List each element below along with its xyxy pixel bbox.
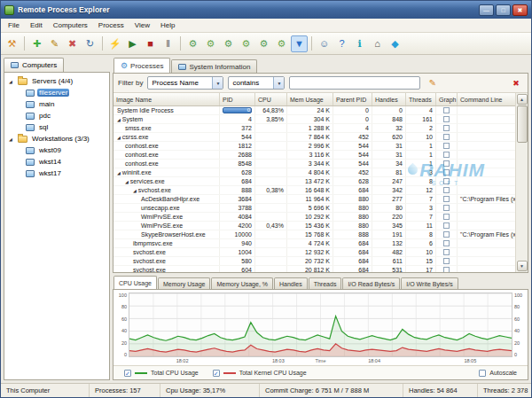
table-row[interactable]: ◢services.exe68413 472 K6282478	[113, 177, 515, 186]
expander-icon[interactable]: ◢	[133, 187, 137, 194]
column-header-command-line[interactable]: Command Line	[458, 93, 515, 105]
graph-checkbox[interactable]	[443, 178, 450, 184]
graph-checkbox[interactable]	[443, 160, 450, 167]
add-computer-button[interactable]: ✚	[28, 35, 45, 52]
hide-filter-button[interactable]: ✖	[509, 79, 523, 88]
tab-memory-usage[interactable]: Memory Usage, %	[211, 277, 273, 289]
refresh-computers-button[interactable]: ↻	[82, 35, 98, 52]
table-row[interactable]: smss.exe3721 288 K4322	[113, 124, 515, 133]
graph-checkbox[interactable]	[443, 125, 450, 131]
tree-item-wkst14[interactable]: wkst14	[4, 156, 109, 168]
tree-item-main[interactable]: main	[4, 98, 109, 110]
checkbox[interactable]: ✓	[213, 370, 220, 377]
service-properties-button[interactable]: ⚙	[273, 35, 290, 52]
tree-group-servers-4-4[interactable]: ◢Servers (4/4)	[4, 75, 109, 87]
menu-help[interactable]: Help	[155, 20, 180, 31]
run-process-button[interactable]: ▶	[124, 35, 141, 52]
filter-operator-select[interactable]: contains ▼	[228, 76, 285, 90]
remote-shutdown-button[interactable]: ⚡	[106, 35, 123, 52]
graph-checkbox[interactable]	[443, 205, 450, 211]
table-row[interactable]: WmiPrvSE.exe42000,43%15 436 K88034511	[113, 222, 515, 230]
table-row[interactable]: AcDeskBandHlpr.exe368411 964 K8802777"C:…	[113, 195, 515, 204]
filter-text-input[interactable]	[289, 76, 420, 90]
table-row[interactable]: System Idle Process064,83%24 K004	[113, 106, 515, 115]
graph-checkbox[interactable]	[443, 143, 450, 149]
help-button[interactable]: ?	[333, 35, 350, 52]
graph-checkbox[interactable]	[443, 214, 450, 220]
service-start-button[interactable]: ⚙	[184, 35, 201, 52]
close-button[interactable]: ✖	[512, 4, 528, 16]
table-row[interactable]: ◢wininit.exe6284 804 K452813	[113, 168, 515, 177]
expander-icon[interactable]: ◢	[117, 116, 121, 123]
column-header-graph[interactable]: Graph	[436, 93, 458, 105]
table-row[interactable]: ◢svchost.exe8880,38%16 648 K68434212	[113, 186, 515, 195]
remove-computer-button[interactable]: ✖	[64, 35, 81, 52]
table-row[interactable]: conhost.exe18122 996 K544311	[113, 142, 515, 151]
column-header-parent-pid[interactable]: Parent PID	[333, 93, 372, 105]
graph-checkbox[interactable]	[443, 134, 450, 140]
tree-item-wkst09[interactable]: wkst09	[4, 144, 109, 156]
tree-item-pdc[interactable]: pdc	[4, 110, 109, 121]
graph-checkbox[interactable]	[443, 258, 450, 264]
service-pause-button[interactable]: ⚙	[220, 35, 237, 52]
service-install-button[interactable]: ⚙	[255, 35, 272, 52]
tools-button[interactable]: ⚒	[4, 35, 20, 52]
minimize-button[interactable]: —	[479, 4, 494, 16]
menu-process[interactable]: Process	[93, 20, 129, 31]
home-button[interactable]: ⌂	[369, 35, 386, 52]
tab-system-information[interactable]: System Information	[171, 59, 257, 73]
graph-checkbox[interactable]	[443, 169, 450, 176]
table-row[interactable]: ◢csrss.exe5447 864 K45262010	[113, 133, 515, 142]
graph-checkbox[interactable]	[443, 249, 450, 255]
clear-filter-icon[interactable]: ✎	[425, 75, 440, 90]
checkbox[interactable]: ✓	[124, 370, 131, 377]
tab-handles[interactable]: Handles	[274, 277, 308, 289]
table-row[interactable]: conhost.exe26883 116 K544311	[113, 151, 515, 160]
column-header-pid[interactable]: PID	[220, 93, 255, 105]
graph-checkbox[interactable]	[443, 231, 450, 238]
checkbox[interactable]	[479, 370, 486, 377]
service-restart-button[interactable]: ⚙	[238, 35, 254, 52]
column-header-cpu[interactable]: CPU	[255, 93, 287, 105]
filter-field-select[interactable]: Process Name ▼	[147, 76, 223, 90]
vertical-scrollbar[interactable]: ▲ ▼	[515, 93, 528, 272]
tree-item-fileserver[interactable]: fileserver	[4, 87, 109, 98]
expander-icon[interactable]: ◢	[9, 79, 15, 84]
scrollbar-thumb[interactable]	[517, 105, 528, 143]
service-stop-button[interactable]: ⚙	[202, 35, 219, 52]
scroll-up-icon[interactable]: ▲	[517, 94, 528, 105]
graph-checkbox[interactable]	[443, 267, 450, 272]
menu-view[interactable]: View	[129, 20, 155, 31]
table-row[interactable]: conhost.exe85483 344 K544341	[113, 160, 515, 168]
menu-file[interactable]: File	[3, 20, 25, 31]
table-row[interactable]: svchost.exe60420 812 K68453117	[113, 266, 515, 272]
column-header-handles[interactable]: Handles	[372, 93, 406, 105]
tree-item-sql[interactable]: sql	[4, 121, 109, 133]
table-row[interactable]: svchost.exe100412 932 K68448210	[113, 248, 515, 257]
maximize-button[interactable]: □	[496, 4, 511, 16]
tree-item-wkst17[interactable]: wkst17	[4, 168, 109, 179]
expander-icon[interactable]: ◢	[125, 178, 129, 185]
filter-button[interactable]: ▼	[291, 35, 308, 52]
scroll-down-icon[interactable]: ▼	[517, 261, 528, 271]
tab-i-o-write-bytes-s[interactable]: I/O Write Bytes/s	[401, 277, 458, 289]
tab-threads[interactable]: Threads	[309, 277, 342, 289]
graph-checkbox[interactable]	[443, 196, 450, 202]
graph-checkbox[interactable]	[443, 107, 450, 113]
menu-computers[interactable]: Computers	[48, 20, 93, 31]
table-row[interactable]: ◢System43,85%304 K0848161	[113, 115, 515, 124]
expander-icon[interactable]: ◢	[9, 137, 15, 142]
expander-icon[interactable]: ◢	[117, 134, 121, 141]
menu-edit[interactable]: Edit	[25, 20, 48, 31]
tab-cpu-usage[interactable]: CPU Usage	[113, 276, 157, 289]
tab-memory-usage[interactable]: Memory Usage	[158, 277, 210, 289]
about-button[interactable]: ◆	[387, 35, 403, 52]
table-row[interactable]: ibmpmsvc.exe9404 724 K6841326	[113, 239, 515, 248]
info-button[interactable]: ℹ	[351, 35, 368, 52]
kill-process-button[interactable]: ■	[142, 35, 159, 52]
tab-i-o-read-bytes-s[interactable]: I/O Read Bytes/s	[342, 277, 400, 289]
tab-computers[interactable]: Computers	[4, 58, 64, 72]
graph-checkbox[interactable]	[443, 222, 450, 229]
tree-group-workstations-3-3[interactable]: ◢Workstations (3/3)	[4, 133, 109, 144]
graph-checkbox[interactable]	[443, 240, 450, 246]
